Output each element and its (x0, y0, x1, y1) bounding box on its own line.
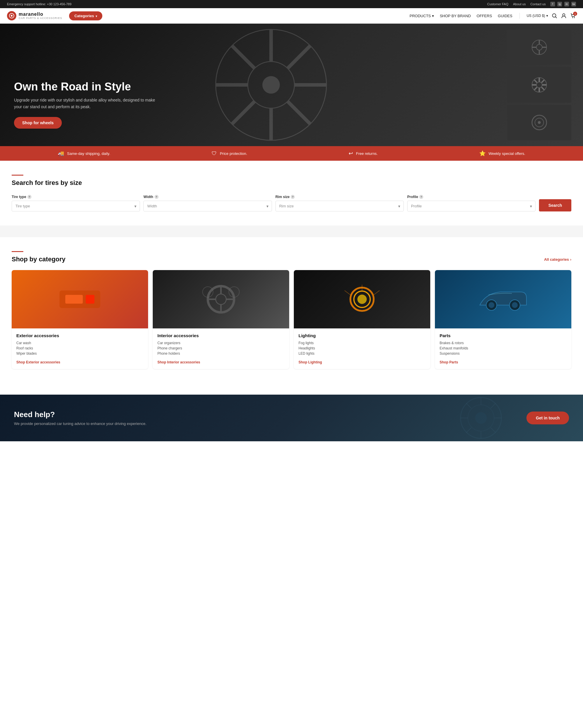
help-content: Need help? We provide personalized car t… (14, 410, 146, 426)
svg-point-36 (538, 121, 541, 124)
svg-line-17 (288, 102, 310, 124)
shipping-icon: 🚚 (58, 150, 64, 157)
category-items-exterior: Car wash Roof racks Wiper blades (16, 340, 143, 356)
svg-line-52 (344, 290, 351, 295)
hero-thumb-2[interactable] (507, 67, 571, 102)
category-name-interior: Interior accessories (158, 333, 284, 338)
tire-search-form: Tire type ? Tire type Summer Winter All-… (12, 195, 571, 211)
benefit-offers: ⭐ Weekly special offers. (479, 150, 525, 157)
logo-text: maranello CAR PARTS & ACCESSORIES (19, 12, 62, 20)
hero-title: Own the Road in Style (14, 80, 161, 94)
nav-products[interactable]: PRODUCTS ▾ (410, 14, 434, 18)
category-title: Shop by category (12, 256, 65, 263)
category-card-interior: Interior accessories Car organizers Phon… (153, 270, 289, 369)
svg-line-14 (232, 46, 254, 68)
all-categories-link[interactable]: All categories › (544, 257, 571, 262)
help-bg-graphic (437, 395, 525, 441)
about-us-link[interactable]: About us (513, 2, 526, 6)
social-links: f ig in tw (550, 2, 576, 6)
svg-line-68 (491, 404, 496, 408)
rim-size-help-icon[interactable]: ? (290, 195, 295, 199)
benefit-shipping: 🚚 Same-day shipping, daily. (58, 150, 110, 157)
contact-us-link[interactable]: Contact us (530, 2, 546, 6)
svg-line-67 (491, 427, 496, 433)
cart-icon[interactable]: 1 (570, 13, 576, 19)
svg-line-30 (534, 80, 537, 82)
gray-spacer (0, 226, 583, 237)
customer-faq-link[interactable]: Customer FAQ (487, 2, 508, 6)
category-items-parts: Brakes & rotors Exhaust manifolds Suspen… (440, 340, 567, 356)
rim-size-label: Rim size ? (275, 195, 404, 199)
tire-type-help-icon[interactable]: ? (27, 195, 31, 199)
category-grid: Exterior accessories Car wash Roof racks… (12, 270, 571, 369)
get-in-touch-button[interactable]: Get in touch (526, 412, 569, 424)
account-icon[interactable] (561, 13, 567, 19)
category-img-lighting (294, 270, 430, 329)
search-button[interactable]: Search (539, 199, 571, 211)
shop-parts-link[interactable]: Shop Parts (440, 360, 458, 364)
svg-rect-38 (65, 295, 83, 304)
categories-chevron-icon (95, 14, 97, 18)
width-group: Width ? Width 165175185195 205215225 ▾ (143, 195, 272, 211)
tire-type-select[interactable]: Tire type Summer Winter All-season (12, 201, 140, 211)
nav-offers[interactable]: OFFERS (477, 14, 492, 18)
svg-line-15 (288, 46, 310, 68)
category-header: Shop by category All categories › (12, 256, 571, 263)
profile-select-wrapper: Profile 35404550 556065 ▾ (407, 201, 535, 211)
width-label: Width ? (143, 195, 272, 199)
benefit-returns-text: Free returns. (356, 151, 378, 156)
category-accent (12, 251, 23, 252)
shop-exterior-link[interactable]: Shop Exterior accessories (16, 360, 60, 364)
category-card-parts: Parts Brakes & rotors Exhaust manifolds … (435, 270, 571, 369)
nav-links: PRODUCTS ▾ SHOP BY BRAND OFFERS GUIDES (410, 14, 512, 18)
category-item: Phone chargers (158, 346, 284, 351)
hero-thumb-3[interactable] (507, 105, 571, 140)
width-help-icon[interactable]: ? (155, 195, 159, 199)
category-body-parts: Parts Brakes & rotors Exhaust manifolds … (435, 329, 571, 369)
all-categories-arrow-icon: › (570, 257, 571, 262)
svg-rect-39 (86, 295, 94, 304)
shop-lighting-link[interactable]: Shop Lighting (299, 360, 322, 364)
category-item: LED lights (299, 351, 425, 356)
twitter-icon[interactable]: tw (571, 2, 576, 6)
nav-shop-by-brand[interactable]: SHOP BY BRAND (440, 14, 471, 18)
benefit-shipping-text: Same-day shipping, daily. (67, 151, 110, 156)
svg-point-9 (262, 76, 280, 94)
shop-interior-link[interactable]: Shop Interior accessories (158, 360, 200, 364)
nav-guides[interactable]: GUIDES (498, 14, 512, 18)
category-name-parts: Parts (440, 333, 567, 338)
tire-type-select-wrapper: Tire type Summer Winter All-season ▾ (12, 201, 140, 211)
width-select[interactable]: Width 165175185195 205215225 (143, 201, 272, 211)
shop-wheels-button[interactable]: Shop for wheels (14, 117, 62, 129)
profile-select[interactable]: Profile 35404550 556065 (407, 201, 535, 211)
category-img-exterior (12, 270, 148, 329)
hero-thumb-1[interactable] (507, 29, 571, 65)
svg-point-6 (574, 17, 575, 18)
instagram-icon[interactable]: ig (557, 2, 562, 6)
benefits-bar: 🚚 Same-day shipping, daily. 🛡 Price prot… (0, 146, 583, 161)
category-item: Fog lights (299, 340, 425, 346)
svg-line-69 (466, 427, 471, 433)
category-item: Phone holders (158, 351, 284, 356)
rim-size-select[interactable]: Rim size 14151617 181920 (275, 201, 404, 211)
svg-point-1 (11, 15, 12, 17)
category-item: Car organizers (158, 340, 284, 346)
hero-desc: Upgrade your ride with our stylish and d… (14, 97, 161, 110)
category-section: Shop by category All categories › Exteri… (0, 237, 583, 383)
profile-help-icon[interactable]: ? (419, 195, 423, 199)
currency-chevron-icon: ▾ (546, 14, 548, 18)
currency-selector[interactable]: US (USD $) ▾ (527, 14, 548, 18)
search-icon[interactable] (552, 13, 557, 19)
categories-button[interactable]: Categories (69, 11, 102, 20)
svg-point-51 (357, 294, 367, 304)
category-item: Exhaust manifolds (440, 346, 567, 351)
category-body-interior: Interior accessories Car organizers Phon… (153, 329, 289, 369)
svg-point-25 (536, 82, 542, 88)
cart-badge: 1 (573, 12, 577, 16)
top-bar: Emergency support hotline: +30 123-456-7… (0, 0, 583, 8)
brand-sub: CAR PARTS & ACCESSORIES (19, 17, 62, 20)
width-select-wrapper: Width 165175185195 205215225 ▾ (143, 201, 272, 211)
linkedin-icon[interactable]: in (564, 2, 569, 6)
nav-right-icons: US (USD $) ▾ 1 (527, 13, 576, 19)
facebook-icon[interactable]: f (550, 2, 555, 6)
